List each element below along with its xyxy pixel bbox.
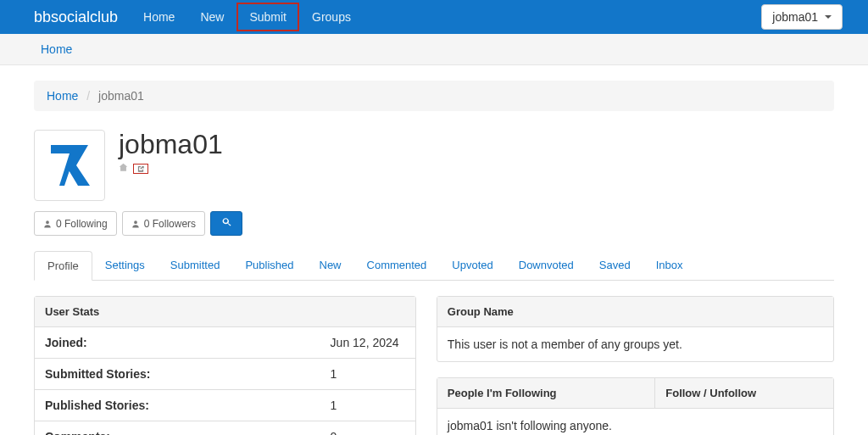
home-icon — [119, 163, 128, 174]
tab-upvoted[interactable]: Upvoted — [439, 251, 505, 280]
following-panel: People I'm Following Follow / Unfollow j… — [437, 377, 834, 435]
nav-groups[interactable]: Groups — [299, 2, 364, 32]
external-link-icon — [136, 165, 145, 173]
user-dropdown[interactable]: jobma01 — [761, 4, 843, 30]
user-dropdown-label: jobma01 — [772, 10, 818, 24]
tab-saved[interactable]: Saved — [587, 251, 643, 280]
following-body: jobma01 isn't following anyone. — [437, 409, 833, 436]
table-row: jobma01 isn't following anyone. — [437, 409, 833, 436]
comments-label: Comments: — [35, 421, 320, 436]
subhead-home-link[interactable]: Home — [41, 42, 72, 56]
table-row: Joined:Jun 12, 2024 — [35, 327, 415, 359]
joined-label: Joined: — [35, 327, 320, 359]
tab-commented[interactable]: Commented — [354, 251, 440, 280]
submitted-value: 1 — [320, 359, 415, 390]
user-stats-table: User Stats Joined:Jun 12, 2024 Submitted… — [35, 297, 415, 435]
left-column: User Stats Joined:Jun 12, 2024 Submitted… — [34, 296, 416, 435]
external-link-badge[interactable] — [133, 164, 148, 174]
navbar-left: bbsocialclub Home New Submit Groups — [13, 2, 364, 32]
breadcrumb: Home / jobma01 — [34, 81, 834, 111]
table-header-row: People I'm Following Follow / Unfollow — [437, 378, 833, 409]
table-header-row: User Stats — [35, 297, 415, 327]
stats-heading: User Stats — [35, 297, 415, 327]
tab-inbox[interactable]: Inbox — [643, 251, 696, 280]
tab-profile[interactable]: Profile — [34, 251, 92, 281]
profile-tabs: Profile Settings Submitted Published New… — [34, 251, 834, 281]
search-button[interactable] — [210, 211, 242, 236]
following-col1: People I'm Following — [437, 378, 655, 409]
user-icon — [131, 220, 140, 228]
caret-down-icon — [825, 15, 832, 19]
nav-home[interactable]: Home — [131, 2, 187, 32]
published-label: Published Stories: — [35, 390, 320, 421]
table-row: Submitted Stories:1 — [35, 359, 415, 390]
followers-button[interactable]: 0 Followers — [122, 211, 205, 236]
groups-heading: Group Name — [437, 297, 833, 327]
table-row: Comments:0 — [35, 421, 415, 436]
tab-downvoted[interactable]: Downvoted — [506, 251, 587, 280]
content-columns: User Stats Joined:Jun 12, 2024 Submitted… — [34, 296, 834, 435]
following-table: People I'm Following Follow / Unfollow j… — [437, 378, 833, 435]
page-title: jobma01 — [119, 130, 223, 159]
follow-stats-row: 0 Following 0 Followers — [34, 211, 834, 236]
avatar-logo-icon — [44, 138, 95, 192]
avatar — [34, 130, 105, 201]
groups-panel: Group Name This user is not a member of … — [437, 296, 834, 362]
sub-header: Home — [0, 34, 868, 65]
profile-badges — [119, 163, 223, 174]
following-col2: Follow / Unfollow — [655, 378, 833, 409]
user-stats-panel: User Stats Joined:Jun 12, 2024 Submitted… — [34, 296, 416, 435]
profile-title-block: jobma01 — [119, 130, 223, 174]
tab-published[interactable]: Published — [232, 251, 306, 280]
breadcrumb-home[interactable]: Home — [47, 89, 78, 103]
brand-link[interactable]: bbsocialclub — [13, 8, 131, 26]
table-row: Published Stories:1 — [35, 390, 415, 421]
tab-settings[interactable]: Settings — [92, 251, 158, 280]
profile-header: jobma01 — [34, 130, 834, 201]
tab-submitted[interactable]: Submitted — [158, 251, 233, 280]
following-button[interactable]: 0 Following — [34, 211, 117, 236]
published-value: 1 — [320, 390, 415, 421]
comments-value: 0 — [320, 421, 415, 436]
nav-new[interactable]: New — [187, 2, 236, 32]
nav-submit[interactable]: Submit — [236, 3, 299, 31]
user-icon — [43, 220, 52, 228]
tab-new[interactable]: New — [307, 251, 354, 280]
followers-label: 0 Followers — [144, 218, 196, 230]
breadcrumb-current: jobma01 — [98, 89, 144, 103]
groups-body: This user is not a member of any groups … — [437, 327, 833, 361]
joined-value: Jun 12, 2024 — [320, 327, 415, 359]
right-column: Group Name This user is not a member of … — [437, 296, 834, 435]
search-icon — [221, 217, 231, 227]
breadcrumb-separator: / — [81, 89, 95, 103]
following-label: 0 Following — [56, 218, 108, 230]
submitted-label: Submitted Stories: — [35, 359, 320, 390]
top-navbar: bbsocialclub Home New Submit Groups jobm… — [0, 0, 868, 34]
